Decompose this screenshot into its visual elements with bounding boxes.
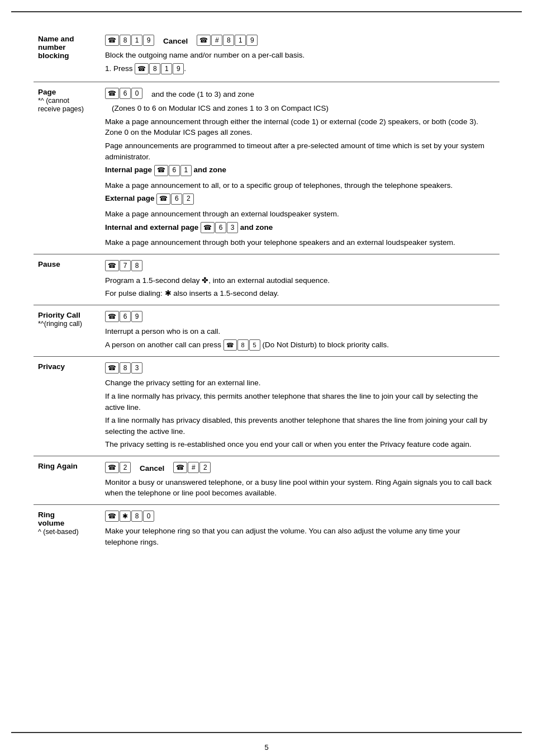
content-text: If a line normally has privacy, this per… xyxy=(105,391,495,413)
content-text: Make a page announcement to all, or to a… xyxy=(105,180,495,191)
key-symbol: 8 xyxy=(223,35,234,46)
inline-key-sequence: ☎85 xyxy=(223,339,260,351)
key-sequence: ☎78 xyxy=(105,260,142,271)
key-symbol: 6 xyxy=(215,222,226,233)
key-sequence: ☎✱80 xyxy=(105,511,154,522)
feature-code-row: ☎83 xyxy=(105,362,495,375)
feature-sublabel: *^(ringing call) xyxy=(38,320,82,328)
feature-label-cell: Name andnumberblocking xyxy=(34,29,101,82)
content-text: The privacy setting is re-established on… xyxy=(105,439,495,450)
content-text: Make a page announcement through an exte… xyxy=(105,209,495,220)
key-symbol: 7 xyxy=(120,260,131,271)
key-sequence: ☎60 xyxy=(105,88,142,99)
feature-label: Name and xyxy=(38,35,74,43)
key-sequence: ☎819 xyxy=(105,35,154,46)
feature-code-row: ☎69 xyxy=(105,311,495,324)
key-symbol: 8 xyxy=(131,260,142,271)
key-symbol: 8 xyxy=(120,35,131,46)
feature-content-cell: ☎83Change the privacy setting for an ext… xyxy=(101,357,499,456)
text-with-inline-code: A person on another call can press ☎85 (… xyxy=(105,339,495,351)
feature-label-cell: Page*^ (cannotreceive pages) xyxy=(34,82,101,254)
content-text: Make a page announcement through either … xyxy=(105,116,495,138)
feature-label-cell: Ringvolume^ (set-based) xyxy=(34,504,101,553)
key-symbol: 0 xyxy=(143,511,154,522)
key-symbol: 6 xyxy=(120,311,131,322)
content-text: Make your telephone ring so that you can… xyxy=(105,526,495,547)
cancel-label: Cancel xyxy=(163,37,188,45)
key-symbol: 8 xyxy=(149,63,160,74)
key-symbol: 3 xyxy=(227,222,238,233)
bold-code-line: Internal page ☎61 and zone xyxy=(105,164,495,178)
feature-content-cell: ☎60 and the code (1 to 3) and zone(Zones… xyxy=(101,82,499,254)
key-symbol: 2 xyxy=(199,462,211,473)
feature-code-row: ☎819Cancel ☎#819 xyxy=(105,35,495,48)
key-symbol: ☎ xyxy=(105,88,119,99)
key-symbol: 5 xyxy=(249,339,260,351)
key-sequence: ☎62 xyxy=(156,193,194,205)
content-text: Make a page announcement through both yo… xyxy=(105,237,495,248)
key-symbol: 9 xyxy=(246,35,258,46)
bold-code-line: Internal and external page ☎63 and zone xyxy=(105,222,495,235)
key-symbol: ☎ xyxy=(197,35,211,46)
feature-label: blocking xyxy=(38,51,69,60)
key-symbol: 1 xyxy=(235,35,246,46)
content-text: Monitor a busy or unanswered telephone, … xyxy=(105,477,495,499)
feature-label: volume xyxy=(38,519,64,527)
key-symbol: ☎ xyxy=(135,63,149,74)
feature-sublabel: ^ (set-based) xyxy=(38,528,79,536)
page-number: 5 xyxy=(264,743,268,752)
key-symbol: 8 xyxy=(237,339,249,351)
feature-row: Privacy☎83Change the privacy setting for… xyxy=(34,357,499,456)
key-sequence: ☎83 xyxy=(105,362,142,374)
feature-label: Privacy xyxy=(38,362,65,371)
feature-content-cell: ☎✱80Make your telephone ring so that you… xyxy=(101,504,499,553)
key-symbol: ☎ xyxy=(105,362,119,374)
key-symbol: ☎ xyxy=(105,311,119,322)
key-symbol: ☎ xyxy=(105,260,119,271)
feature-sublabel: *^ (cannot xyxy=(38,97,69,105)
key-symbol: 2 xyxy=(183,193,194,205)
feature-sublabel: receive pages) xyxy=(38,105,84,113)
key-symbol: ☎ xyxy=(105,462,119,473)
content-text: Program a 1.5-second delay ✤, into an ex… xyxy=(105,275,495,286)
content-text: Change the privacy setting for an extern… xyxy=(105,377,495,389)
key-symbol: ☎ xyxy=(201,222,215,233)
feature-table: Name andnumberblocking☎819Cancel ☎#819Bl… xyxy=(34,29,499,553)
key-symbol: 9 xyxy=(143,35,154,46)
feature-content-cell: ☎78Program a 1.5-second delay ✤, into an… xyxy=(101,254,499,305)
feature-label-cell: Pause xyxy=(34,254,101,305)
key-symbol: ☎ xyxy=(105,35,119,46)
key-symbol: ☎ xyxy=(173,462,187,473)
feature-code-row: ☎78 xyxy=(105,260,495,273)
feature-label-cell: Ring Again xyxy=(34,456,101,504)
feature-content-cell: ☎819Cancel ☎#819Block the outgoing name … xyxy=(101,29,499,82)
feature-label: Ring Again xyxy=(38,462,78,470)
page-content: Name andnumberblocking☎819Cancel ☎#819Bl… xyxy=(11,11,522,733)
cancel-label: Cancel xyxy=(140,464,164,472)
feature-row: Ring Again☎2Cancel ☎#2Monitor a busy or … xyxy=(34,456,499,504)
key-sequence: ☎2 xyxy=(105,462,131,473)
key-symbol: 0 xyxy=(131,88,142,99)
key-sequence: ☎61 xyxy=(154,165,192,176)
feature-content-cell: ☎69Interrupt a person who is on a call.A… xyxy=(101,305,499,357)
feature-label: Ring xyxy=(38,511,55,519)
key-symbol: ☎ xyxy=(154,165,168,176)
key-symbol: ☎ xyxy=(156,193,170,205)
feature-content-cell: ☎2Cancel ☎#2Monitor a busy or unanswered… xyxy=(101,456,499,504)
key-symbol: # xyxy=(211,35,222,46)
key-symbol: 8 xyxy=(131,511,142,522)
press-line: 1. Press ☎819. xyxy=(105,63,495,77)
feature-label-cell: Priority Call*^(ringing call) xyxy=(34,305,101,357)
feature-row: Page*^ (cannotreceive pages)☎60 and the … xyxy=(34,82,499,254)
key-symbol: 1 xyxy=(131,35,142,46)
key-symbol: 6 xyxy=(171,193,182,205)
feature-label: Priority Call xyxy=(38,311,80,319)
content-text: For pulse dialing: ✱ also inserts a 1.5-… xyxy=(105,288,495,299)
key-symbol: 1 xyxy=(180,165,192,176)
feature-code-row: ☎2Cancel ☎#2 xyxy=(105,462,495,475)
feature-label: Page xyxy=(38,88,56,96)
key-sequence: ☎819 xyxy=(135,63,184,74)
key-symbol: # xyxy=(188,462,199,473)
key-symbol: 8 xyxy=(120,362,131,374)
content-text-indent: (Zones 0 to 6 on Modular ICS and zones 1… xyxy=(105,103,495,114)
